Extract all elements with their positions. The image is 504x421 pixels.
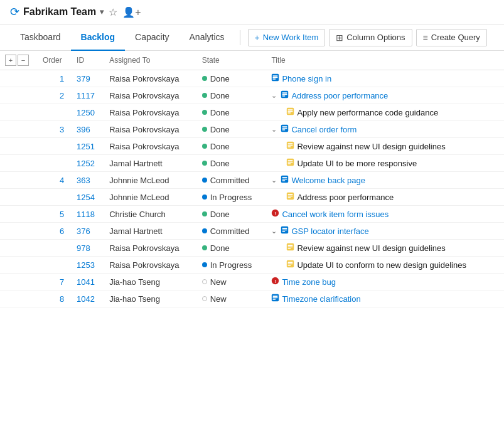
row-title[interactable]: Address poor performance <box>266 189 504 206</box>
row-title[interactable]: ⌄GSP locator interface <box>266 223 504 240</box>
state-label: Done <box>210 125 230 134</box>
collapse-chevron-icon[interactable]: ⌄ <box>271 176 277 184</box>
row-title[interactable]: Phone sign in <box>266 70 504 87</box>
row-expand-cell <box>0 172 38 189</box>
favorite-icon[interactable]: ☆ <box>109 6 117 18</box>
row-assigned-to: Raisa Pokrovskaya <box>104 87 197 104</box>
row-title[interactable]: ⌄Welcome back page <box>266 172 504 189</box>
title-link[interactable]: Time zone bug <box>282 277 336 287</box>
row-order: 8 <box>38 290 72 307</box>
story-icon <box>281 124 289 134</box>
title-link[interactable]: Address poor performance <box>291 91 388 100</box>
table-row: 1250Raisa PokrovskayaDoneApply new perfo… <box>0 104 504 121</box>
new-work-item-button[interactable]: + New Work Item <box>248 29 326 46</box>
top-bar: ⟳ Fabrikam Team ▾ ☆ 👤+ <box>0 0 504 24</box>
collapse-chevron-icon[interactable]: ⌄ <box>271 227 277 235</box>
row-expand-cell <box>0 240 38 257</box>
collapse-all-icon[interactable]: − <box>18 55 29 66</box>
row-id[interactable]: 1041 <box>72 274 104 290</box>
create-query-button[interactable]: ≡ Create Query <box>416 29 487 46</box>
row-title[interactable]: !Cancel work item form issues <box>266 206 504 223</box>
row-id[interactable]: 1252 <box>72 155 104 172</box>
title-link[interactable]: Address poor performance <box>297 193 394 202</box>
title-link[interactable]: Phone sign in <box>282 74 331 83</box>
row-title[interactable]: Update UI to be more responsive <box>266 155 504 172</box>
svg-rect-1 <box>273 75 278 77</box>
state-label: Done <box>210 243 230 253</box>
row-order: 5 <box>38 206 72 223</box>
title-link[interactable]: Update UI to conform to new design guide… <box>297 260 466 270</box>
tab-capacity[interactable]: Capacity <box>125 24 179 51</box>
title-link[interactable]: GSP locator interface <box>291 226 368 236</box>
collapse-chevron-icon[interactable]: ⌄ <box>271 92 277 100</box>
title-link[interactable]: Cancel work item form issues <box>282 210 389 219</box>
row-expand-cell <box>0 87 38 104</box>
title-link[interactable]: Cancel order form <box>291 125 357 134</box>
backlog-table-container: + − Order ID Assigned To State Title 137… <box>0 51 504 307</box>
row-title[interactable]: !Time zone bug <box>266 274 504 290</box>
team-dropdown-icon[interactable]: ▾ <box>100 8 104 16</box>
row-title[interactable]: ⌄Address poor performance <box>266 87 504 104</box>
collapse-chevron-icon[interactable]: ⌄ <box>271 125 277 134</box>
tab-analytics[interactable]: Analytics <box>180 24 235 51</box>
row-order <box>38 104 72 121</box>
bug-icon: ! <box>271 209 279 219</box>
columns-icon: ⊞ <box>336 33 343 43</box>
row-id[interactable]: 1117 <box>72 87 104 104</box>
title-link[interactable]: Update UI to be more responsive <box>297 159 417 168</box>
row-title[interactable]: Review against new UI design guidelines <box>266 240 504 257</box>
state-label: Done <box>210 108 230 117</box>
title-link[interactable]: Apply new performance code guidance <box>297 108 438 117</box>
row-state: In Progress <box>197 189 267 206</box>
row-id[interactable]: 1253 <box>72 257 104 274</box>
row-title[interactable]: Timezone clarification <box>266 290 504 307</box>
tab-backlog[interactable]: Backlog <box>71 24 125 51</box>
col-assigned-header: Assigned To <box>104 51 197 70</box>
add-member-icon[interactable]: 👤+ <box>122 6 141 18</box>
svg-rect-14 <box>282 128 287 129</box>
row-id[interactable]: 1250 <box>72 104 104 121</box>
svg-rect-18 <box>288 145 293 146</box>
row-id[interactable]: 379 <box>72 70 104 87</box>
svg-rect-25 <box>282 177 287 178</box>
row-state: Committed <box>197 172 267 189</box>
task-icon <box>286 107 294 117</box>
state-label: New <box>210 277 227 287</box>
title-link[interactable]: Review against new UI design guidelines <box>297 243 445 253</box>
tab-taskboard[interactable]: Taskboard <box>10 24 71 51</box>
row-id[interactable]: 1042 <box>72 290 104 307</box>
row-id[interactable]: 376 <box>72 223 104 240</box>
title-link[interactable]: Timezone clarification <box>282 294 360 304</box>
row-title[interactable]: Review against new UI design guidelines <box>266 138 504 155</box>
row-state: Done <box>197 70 267 87</box>
title-link[interactable]: Review against new UI design guidelines <box>297 142 445 151</box>
row-order <box>38 240 72 257</box>
row-id[interactable]: 396 <box>72 121 104 138</box>
row-assigned-to: Raisa Pokrovskaya <box>104 138 197 155</box>
state-dot-icon <box>202 127 207 132</box>
state-dot-icon <box>202 144 207 149</box>
svg-rect-10 <box>288 111 293 112</box>
column-options-button[interactable]: ⊞ Column Options <box>329 29 412 46</box>
expand-all-icon[interactable]: + <box>5 55 16 66</box>
row-title[interactable]: Update UI to conform to new design guide… <box>266 257 504 274</box>
row-expand-cell <box>0 70 38 87</box>
row-id[interactable]: 363 <box>72 172 104 189</box>
state-label: Committed <box>210 176 250 185</box>
bug-icon: ! <box>271 277 279 287</box>
row-title[interactable]: ⌄Cancel order form <box>266 121 504 138</box>
story-icon <box>271 294 279 304</box>
row-title[interactable]: Apply new performance code guidance <box>266 104 504 121</box>
state-dot-icon <box>202 296 207 301</box>
title-link[interactable]: Welcome back page <box>291 176 365 185</box>
row-id[interactable]: 978 <box>72 240 104 257</box>
row-assigned-to: Raisa Pokrovskaya <box>104 121 197 138</box>
row-id[interactable]: 1251 <box>72 138 104 155</box>
row-id[interactable]: 1118 <box>72 206 104 223</box>
row-order: 1 <box>38 70 72 87</box>
svg-rect-17 <box>288 143 293 144</box>
row-assigned-to: Johnnie McLeod <box>104 172 197 189</box>
row-id[interactable]: 1254 <box>72 189 104 206</box>
svg-rect-15 <box>282 129 286 131</box>
row-assigned-to: Raisa Pokrovskaya <box>104 70 197 87</box>
